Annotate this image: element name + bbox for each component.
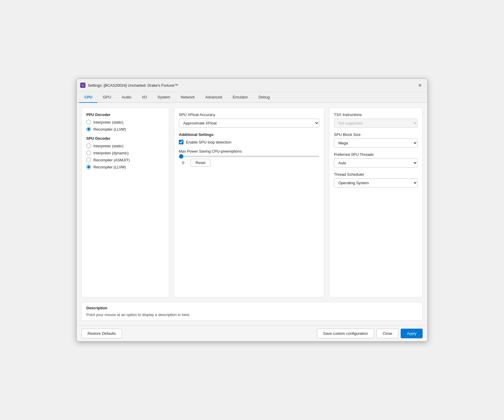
ppu-decoder-group: Interpreter (static) Recompiler (LLVM) (86, 120, 164, 132)
preferred-spu-threads-section: Preferred SPU Threads Auto 1 2 3 4 5 6 (334, 152, 418, 168)
tab-system[interactable]: System (152, 92, 175, 103)
tsx-instructions-select: Not supported (334, 119, 418, 128)
tab-gpu[interactable]: GPU (97, 92, 116, 103)
additional-settings-group: Enable SPU loop detection (179, 140, 319, 144)
ppu-recompiler-llvm-label: Recompiler (LLVM) (93, 127, 126, 132)
titlebar-left: Settings: [BCAS20024] Uncharted: Drake's… (80, 83, 178, 88)
center-panel: SPU XFloat Accuracy Approximate XFloat R… (174, 107, 324, 297)
apply-button[interactable]: Apply (401, 329, 423, 338)
tab-bar: CPU GPU Audio I/O System Network Advance… (77, 92, 427, 103)
additional-settings-title: Additional Settings (179, 132, 319, 137)
spu-xfloat-section: SPU XFloat Accuracy Approximate XFloat R… (179, 112, 319, 128)
thread-scheduler-label: Thread Scheduler (334, 172, 418, 177)
spu-interpreter-static-label: Interpreter (static) (93, 144, 124, 148)
ppu-interpreter-static-label: Interpreter (static) (93, 120, 124, 124)
spu-xfloat-label: SPU XFloat Accuracy (179, 112, 319, 117)
max-power-saving-section: Max Power Saving CPU-preemptions 0 Reset (179, 149, 319, 167)
enable-spu-loop-checkbox[interactable] (179, 140, 184, 144)
right-panel: TSX Instructions Not supported SPU Block… (329, 107, 423, 297)
thread-scheduler-section: Thread Scheduler Operating System RPCS3 … (334, 172, 418, 187)
max-power-saving-slider[interactable] (179, 156, 319, 157)
tab-audio[interactable]: Audio (116, 92, 137, 103)
description-area: Description Point your mouse at an optio… (81, 302, 423, 321)
spu-block-size-select[interactable]: Mega Giga Safe (334, 139, 418, 148)
value-reset-row: 0 Reset (179, 159, 319, 167)
tab-advanced[interactable]: Advanced (200, 92, 227, 103)
slider-track-row (179, 156, 319, 157)
spu-interpreter-dynamic-option[interactable]: Interpreter (dynamic) (86, 151, 164, 155)
spu-interpreter-dynamic-label: Interpreter (dynamic) (93, 151, 129, 155)
main-content: PPU Decoder Interpreter (static) Recompi… (77, 103, 427, 302)
restore-defaults-button[interactable]: Restore Defaults (81, 329, 122, 338)
footer: Restore Defaults Save custom configurati… (77, 325, 427, 341)
spu-block-size-label: SPU Block Size (334, 132, 418, 137)
preferred-spu-threads-select[interactable]: Auto 1 2 3 4 5 6 (334, 158, 418, 168)
tab-emulator[interactable]: Emulator (227, 92, 253, 103)
slider-container: 0 Reset (179, 156, 319, 167)
tab-cpu[interactable]: CPU (79, 92, 97, 103)
footer-right: Save custom configuration Close Apply (317, 329, 423, 338)
max-power-saving-label: Max Power Saving CPU-preemptions (179, 149, 319, 153)
spu-xfloat-select[interactable]: Approximate XFloat Relaxed XFloat Accura… (179, 119, 319, 128)
spu-recompiler-asmjit-radio[interactable] (86, 158, 91, 162)
spu-interpreter-static-option[interactable]: Interpreter (static) (86, 144, 164, 148)
window-close-button[interactable]: ✕ (416, 81, 424, 89)
description-title: Description (86, 306, 418, 310)
ppu-interpreter-static-option[interactable]: Interpreter (static) (86, 120, 164, 124)
tsx-instructions-section: TSX Instructions Not supported (334, 112, 418, 128)
footer-left: Restore Defaults (81, 329, 122, 338)
spu-decoder-group: Interpreter (static) Interpreter (dynami… (86, 144, 164, 169)
enable-spu-loop-item[interactable]: Enable SPU loop detection (179, 140, 319, 144)
thread-scheduler-select[interactable]: Operating System RPCS3 Scheduler RPCS3 A… (334, 178, 418, 187)
close-button[interactable]: Close (376, 329, 398, 338)
spu-interpreter-static-radio[interactable] (86, 144, 91, 148)
spu-interpreter-dynamic-radio[interactable] (86, 151, 91, 155)
spu-recompiler-llvm-label: Recompiler (LLVM) (93, 165, 126, 169)
reset-button[interactable]: Reset (191, 159, 210, 167)
window-title: Settings: [BCAS20024] Uncharted: Drake's… (88, 83, 178, 88)
save-custom-config-button[interactable]: Save custom configuration (317, 329, 374, 338)
max-power-saving-value: 0 (179, 161, 188, 165)
ppu-decoder-title: PPU Decoder (86, 112, 164, 117)
tab-network[interactable]: Network (176, 92, 200, 103)
spu-recompiler-llvm-option[interactable]: Recompiler (LLVM) (86, 165, 164, 169)
ppu-interpreter-static-radio[interactable] (86, 120, 91, 124)
spu-decoder-title: SPU Decoder (86, 136, 164, 141)
enable-spu-loop-label: Enable SPU loop detection (186, 140, 231, 144)
description-text: Point your mouse at an option to display… (86, 313, 418, 317)
app-icon (80, 83, 85, 88)
spu-recompiler-asmjit-option[interactable]: Recompiler (ASMJIT) (86, 158, 164, 162)
spu-block-size-section: SPU Block Size Mega Giga Safe (334, 132, 418, 148)
tsx-instructions-label: TSX Instructions (334, 112, 418, 117)
ppu-recompiler-llvm-option[interactable]: Recompiler (LLVM) (86, 127, 164, 132)
ppu-recompiler-llvm-radio[interactable] (86, 127, 91, 132)
left-panel: PPU Decoder Interpreter (static) Recompi… (81, 107, 169, 297)
settings-window: Settings: [BCAS20024] Uncharted: Drake's… (76, 78, 428, 342)
titlebar: Settings: [BCAS20024] Uncharted: Drake's… (77, 79, 427, 92)
spu-recompiler-asmjit-label: Recompiler (ASMJIT) (93, 158, 130, 162)
tab-io[interactable]: I/O (137, 92, 152, 103)
preferred-spu-threads-label: Preferred SPU Threads (334, 152, 418, 157)
tab-debug[interactable]: Debug (253, 92, 275, 103)
spu-recompiler-llvm-radio[interactable] (86, 165, 91, 169)
